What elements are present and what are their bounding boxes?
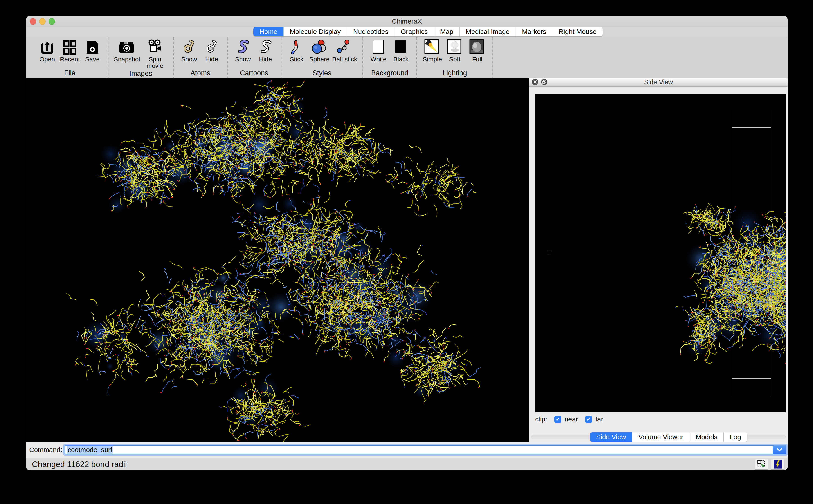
toolbar-group-file: OpenRecentSaveFile <box>32 37 108 78</box>
toolbar-button-label: Recent <box>60 56 80 62</box>
side-view-viewport[interactable] <box>535 94 786 412</box>
ribbon-tab-markers[interactable]: Markers <box>516 27 553 36</box>
command-input[interactable]: cootmode_surf <box>65 445 786 454</box>
title-bar[interactable]: ChimeraX <box>26 16 788 27</box>
simple-lighting-icon <box>424 39 440 55</box>
ribbon-tab-molecule-display[interactable]: Molecule Display <box>284 27 347 36</box>
stick-icon <box>289 39 305 55</box>
panel-tab-volume-viewer[interactable]: Volume Viewer <box>632 432 690 442</box>
panel-tab-side-view[interactable]: Side View <box>590 432 632 442</box>
side-panel-title: Side View <box>529 78 788 86</box>
sphere-icon <box>311 39 327 55</box>
toolbar-button-label: Black <box>393 56 409 62</box>
panel-tab-models[interactable]: Models <box>690 432 724 442</box>
resize-graphics-button[interactable] <box>755 459 768 470</box>
toolbar-button-file-open[interactable]: Open <box>36 39 58 62</box>
ribbon-tab-home[interactable]: Home <box>253 27 284 36</box>
toolbar-button-label: Save <box>85 56 100 62</box>
clip-controls: clip: ✓ near ✓ far <box>535 414 603 424</box>
toolbar-button-lighting-simple[interactable]: Simple <box>422 39 443 62</box>
toolbar-button-lighting-full[interactable]: Full <box>466 39 488 62</box>
toolbar-group-label: Styles <box>286 69 358 77</box>
toolbar-button-label: Full <box>472 56 482 62</box>
window-title: ChimeraX <box>26 16 788 27</box>
panel-tab-log[interactable]: Log <box>724 432 747 442</box>
toolbar-button-label: Open <box>40 56 55 62</box>
toolbar-button-label: Soft <box>449 56 461 62</box>
toolbar-group-label: File <box>36 69 103 77</box>
toolbar-button-label: White <box>370 56 387 62</box>
toolbar-group-cartoons: ShowHideCartoons <box>228 37 281 78</box>
toolbar-button-lighting-soft[interactable]: Soft <box>444 39 466 62</box>
toolbar-button-file-recent[interactable]: Recent <box>59 39 81 62</box>
toolbar-button-label: Stick <box>290 56 303 62</box>
resize-graphics-icon <box>756 459 767 469</box>
side-panel-header: Side View <box>529 78 788 87</box>
fast-mode-button[interactable] <box>771 459 784 470</box>
toolbar-group-background: WhiteBlackBackground <box>363 37 417 78</box>
toolbar-group-label: Atoms <box>178 69 222 77</box>
far-clip-checkbox[interactable]: ✓ <box>585 416 592 423</box>
toolbar-group-atoms: ShowHideAtoms <box>174 37 228 78</box>
near-clip-checkbox[interactable]: ✓ <box>554 416 561 423</box>
snapshot-icon <box>119 39 135 55</box>
open-icon <box>39 39 55 55</box>
ribbon-tab-strip: HomeMolecule DisplayNucleotidesGraphicsM… <box>26 27 788 37</box>
toolbar: OpenRecentSaveFileSnapshotSpin movieImag… <box>26 37 788 78</box>
main-3d-viewport[interactable] <box>26 78 529 442</box>
ribbon-tab-map[interactable]: Map <box>434 27 460 36</box>
fast-mode-icon <box>772 459 784 469</box>
toolbar-group-styles: StickSphereBall stickStyles <box>281 37 363 78</box>
toolbar-group-label: Images <box>113 69 169 78</box>
cartoons-hide-icon <box>257 39 273 55</box>
toolbar-group-label: Background <box>367 69 412 77</box>
toolbar-button-file-save[interactable]: Save <box>82 39 103 62</box>
toolbar-button-styles-stick[interactable]: Stick <box>286 39 307 62</box>
command-history-dropdown[interactable] <box>773 445 786 454</box>
toolbar-group-label: Lighting <box>422 69 488 77</box>
toolbar-button-cartoons-show[interactable]: Show <box>232 39 254 62</box>
save-icon <box>84 39 101 55</box>
ball-stick-icon <box>336 39 353 55</box>
far-clip-label: far <box>595 415 603 423</box>
toolbar-button-images-snapshot[interactable]: Snapshot <box>113 39 140 62</box>
side-panel: Side View clip: ✓ near ✓ far Side ViewVo… <box>529 78 788 442</box>
main-3d-canvas[interactable] <box>26 78 529 442</box>
status-message: Changed 11622 bond radii <box>32 460 752 469</box>
atoms-show-icon <box>181 39 197 55</box>
atoms-hide-icon <box>204 39 220 55</box>
toolbar-button-images-spin-movie[interactable]: Spin movie <box>141 39 169 69</box>
white-bg-icon <box>370 39 386 55</box>
side-view-canvas[interactable] <box>535 94 786 412</box>
toolbar-button-label: Simple <box>423 56 442 62</box>
toolbar-group-label: Cartoons <box>232 69 276 77</box>
black-bg-icon <box>393 39 409 55</box>
status-bar: Changed 11622 bond radii <box>26 458 788 470</box>
recent-icon <box>62 39 78 55</box>
toolbar-button-background-black[interactable]: Black <box>390 39 412 62</box>
ribbon-tabs: HomeMolecule DisplayNucleotidesGraphicsM… <box>253 27 603 36</box>
clip-label: clip: <box>535 415 547 423</box>
toolbar-button-styles-sphere[interactable]: Sphere <box>308 39 330 62</box>
panel-tabs: Side ViewVolume ViewerModelsLog <box>590 432 747 442</box>
ribbon-tab-nucleotides[interactable]: Nucleotides <box>347 27 395 36</box>
command-label: Command: <box>29 446 62 454</box>
chevron-down-icon <box>776 446 783 454</box>
toolbar-button-atoms-hide[interactable]: Hide <box>201 39 222 62</box>
toolbar-button-label: Show <box>235 56 251 62</box>
toolbar-button-background-white[interactable]: White <box>367 39 389 62</box>
toolbar-button-atoms-show[interactable]: Show <box>178 39 200 62</box>
ribbon-tab-graphics[interactable]: Graphics <box>395 27 434 36</box>
toolbar-button-label: Hide <box>259 56 272 62</box>
ribbon-tab-right-mouse[interactable]: Right Mouse <box>553 27 603 36</box>
toolbar-group-lighting: SimpleSoftFullLighting <box>417 37 493 78</box>
toolbar-button-cartoons-hide[interactable]: Hide <box>255 39 276 62</box>
command-row: Command: cootmode_surf <box>26 442 788 458</box>
toolbar-button-label: Show <box>181 56 197 62</box>
panel-tab-bar: Side ViewVolume ViewerModelsLog <box>529 432 788 442</box>
ribbon-tab-medical-image[interactable]: Medical Image <box>460 27 516 36</box>
toolbar-button-label: Snapshot <box>114 56 139 62</box>
spin-movie-icon <box>147 39 163 55</box>
toolbar-button-styles-ball-stick[interactable]: Ball stick <box>331 39 358 62</box>
content-area: Side View clip: ✓ near ✓ far Side ViewVo… <box>26 78 788 442</box>
